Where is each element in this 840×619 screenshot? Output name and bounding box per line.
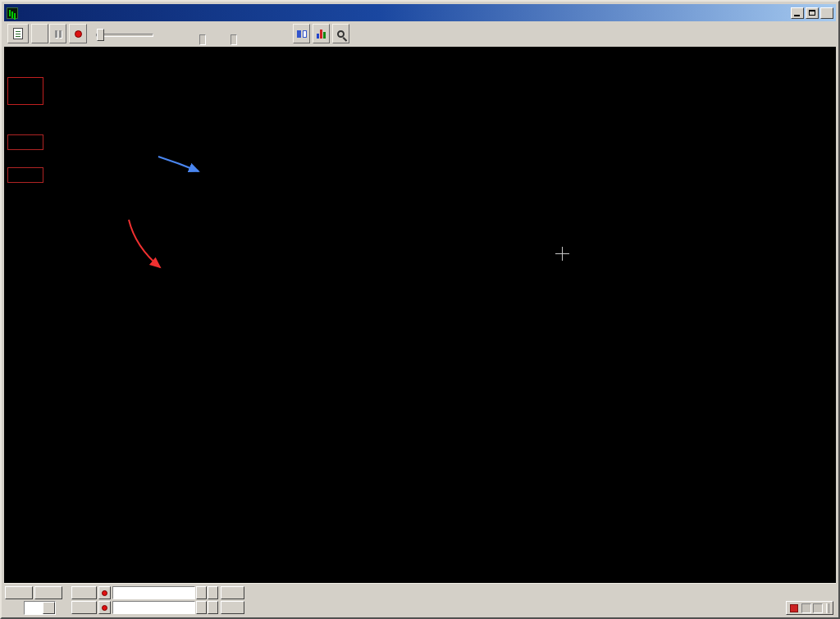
maximize-icon [809, 10, 815, 16]
ime-toolbar[interactable] [786, 601, 833, 615]
thd-display-button[interactable] [221, 586, 244, 599]
open-file-button[interactable] [7, 24, 29, 43]
ovl2-record-led[interactable] [98, 601, 111, 614]
close-button[interactable] [820, 7, 833, 19]
pause-button[interactable] [49, 24, 66, 43]
slider-groove [96, 34, 153, 37]
waveform-strip [4, 47, 836, 75]
record-icon [75, 30, 82, 38]
play-button[interactable] [31, 24, 48, 43]
thd-n-button[interactable] [7, 134, 43, 150]
wavespectra-window [0, 0, 840, 619]
slider-thumb[interactable] [97, 29, 104, 41]
db-axis [4, 75, 55, 583]
rms-mode-button[interactable] [7, 167, 43, 183]
minimize-button[interactable] [791, 7, 804, 19]
save-button-1[interactable] [208, 586, 218, 599]
channel-view-button[interactable] [293, 24, 310, 43]
pause-icon [55, 30, 57, 38]
fft-window-field[interactable] [231, 34, 237, 45]
ovl1-button[interactable] [71, 586, 97, 599]
app-icon [7, 7, 18, 19]
record-led-icon [102, 605, 107, 611]
spectrum-view-button[interactable] [313, 24, 330, 43]
main-tab-button[interactable] [5, 586, 33, 599]
maximize-button[interactable] [806, 7, 819, 19]
minimize-icon [794, 15, 800, 16]
spectrum-panel [4, 75, 836, 583]
spectrum-bars-icon [317, 29, 326, 39]
settings-button[interactable] [332, 24, 349, 43]
ime-tools-icon[interactable] [813, 603, 823, 613]
channel-lr-icon [297, 30, 307, 38]
atok-icon [790, 604, 798, 612]
ime-mode-icon[interactable] [801, 603, 811, 613]
position-slider[interactable] [96, 29, 153, 42]
open-file-icon [13, 28, 23, 39]
toolbar [4, 21, 836, 47]
ovl1-record-led[interactable] [98, 586, 111, 599]
rms-display-button[interactable] [221, 601, 244, 614]
dropdown-arrow-icon[interactable] [43, 602, 55, 614]
avg-dropdown[interactable] [24, 601, 56, 615]
ime-grip[interactable] [826, 603, 829, 613]
peak-tab-button[interactable] [34, 586, 62, 599]
max-readout[interactable] [7, 77, 43, 105]
ovl2-file-field[interactable] [112, 601, 195, 614]
status-bar [4, 583, 836, 617]
ovl2-button[interactable] [71, 601, 97, 614]
ovl1-file-field[interactable] [112, 586, 195, 599]
fft-size-field[interactable] [199, 34, 206, 45]
record-led-icon [102, 590, 107, 596]
record-button[interactable] [69, 24, 87, 43]
load-button-2[interactable] [196, 601, 207, 614]
load-button-1[interactable] [196, 586, 207, 599]
time-axis [4, 67, 836, 75]
magnifier-icon [337, 30, 345, 38]
save-button-2[interactable] [208, 601, 218, 614]
title-bar[interactable] [4, 4, 836, 21]
